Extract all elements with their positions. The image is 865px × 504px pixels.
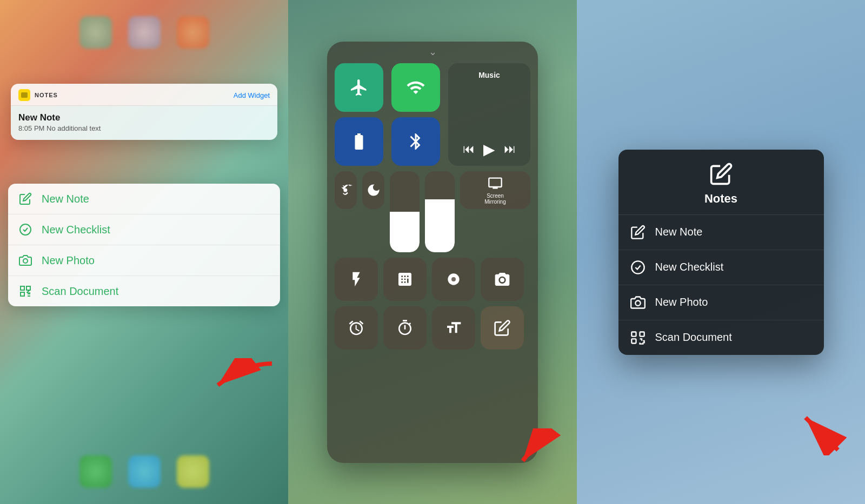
screen-mirroring-label: ScreenMirroring [484, 193, 505, 205]
qa-label-new-note: New Note [42, 193, 89, 205]
edit-icon [18, 191, 33, 206]
qa-item-new-checklist[interactable]: New Checklist [8, 214, 280, 245]
alarm-button[interactable] [335, 306, 378, 350]
dark-checklist-icon [629, 259, 647, 276]
notes-shortcut-button[interactable] [481, 306, 524, 350]
wifi-button[interactable] [391, 63, 440, 112]
screen-mirroring-button[interactable]: ScreenMirroring [460, 171, 530, 209]
checklist-icon [18, 222, 33, 237]
dark-menu-label-new-note: New Note [655, 226, 703, 238]
svg-rect-15 [631, 339, 636, 343]
svg-point-8 [451, 277, 456, 281]
svg-point-11 [631, 261, 644, 273]
blurred-app-icons-bottom [79, 455, 209, 488]
dark-scan-icon [629, 329, 647, 346]
red-arrow-1 [191, 358, 277, 396]
fast-forward-button[interactable]: ⏭ [504, 142, 516, 156]
dark-menu-item-new-photo[interactable]: New Photo [618, 285, 824, 320]
cc-sliders-area: ScreenMirroring [390, 171, 530, 252]
widget-title-left: NOTES [18, 89, 58, 101]
volume-fill [425, 199, 455, 252]
dark-edit-icon [629, 224, 647, 241]
dark-camera-icon [629, 294, 647, 311]
font-button[interactable] [432, 306, 475, 350]
blurred-icon-2 [128, 16, 161, 49]
play-button[interactable]: ▶ [483, 140, 495, 158]
notch-area: ⌄ [327, 42, 538, 58]
airplane-mode-button[interactable] [335, 63, 383, 112]
svg-rect-4 [21, 292, 24, 296]
dark-menu-item-new-note[interactable]: New Note [618, 215, 824, 250]
do-not-disturb-button[interactable] [362, 171, 384, 209]
dark-menu-item-scan-document[interactable]: Scan Document [618, 320, 824, 355]
dark-menu-item-new-checklist[interactable]: New Checklist [618, 250, 824, 285]
notes-icon-decoration [21, 92, 28, 98]
phone-screen: ⌄ [327, 42, 538, 463]
panel-1-homescreen: NOTES Add Widget New Note 8:05 PM No add… [0, 0, 288, 504]
svg-rect-14 [640, 332, 644, 336]
rewind-button[interactable]: ⏮ [463, 142, 475, 156]
cc-bottom-row [335, 258, 530, 301]
svg-rect-2 [21, 286, 24, 290]
brightness-slider[interactable] [390, 171, 420, 252]
dark-menu-label-new-photo: New Photo [655, 296, 708, 308]
camera-icon [18, 253, 33, 268]
widget-note-content: New Note 8:05 PM No additional text [11, 106, 277, 140]
qa-label-new-checklist: New Checklist [42, 224, 110, 236]
widget-note-subtitle: 8:05 PM No additional text [18, 124, 270, 132]
cc-extra-row [335, 306, 530, 350]
control-center: Music ⏮ ▶ ⏭ [327, 58, 538, 463]
widget-note-title: New Note [18, 112, 270, 123]
chevron-down-icon: ⌄ [429, 46, 437, 58]
timer-button[interactable] [383, 306, 427, 350]
notes-context-menu: Notes New Note New Checklist [618, 150, 824, 355]
dark-menu-title: Notes [704, 192, 737, 206]
bluetooth-button[interactable] [391, 117, 440, 166]
svg-point-1 [23, 259, 28, 263]
qa-item-scan-document[interactable]: Scan Document [8, 276, 280, 306]
cc-second-row: ScreenMirroring [335, 171, 530, 252]
blurred-icon-5 [128, 455, 161, 488]
svg-point-12 [635, 300, 640, 305]
svg-rect-13 [631, 332, 636, 336]
svg-point-9 [500, 278, 504, 282]
widget-app-name: NOTES [35, 92, 58, 98]
red-arrow-3 [784, 401, 849, 455]
dark-menu-label-scan-document: Scan Document [655, 331, 732, 344]
blurred-icon-3 [177, 16, 209, 49]
qa-item-new-note[interactable]: New Note [8, 184, 280, 214]
blurred-icon-1 [79, 16, 112, 49]
volume-slider[interactable] [425, 171, 455, 252]
blurred-icon-4 [79, 455, 112, 488]
brightness-fill [390, 212, 420, 252]
calculator-button[interactable] [383, 258, 427, 301]
add-widget-button[interactable]: Add Widget [234, 91, 270, 99]
screen-rotation-button[interactable] [335, 171, 357, 209]
svg-point-0 [20, 224, 31, 235]
notes-header-icon [708, 160, 735, 187]
qa-label-scan-document: Scan Document [42, 285, 118, 298]
qa-item-new-photo[interactable]: New Photo [8, 245, 280, 276]
notes-widget: NOTES Add Widget New Note 8:05 PM No add… [11, 84, 277, 140]
volume-slider-container [425, 171, 455, 252]
quick-actions-menu: New Note New Checklist New Photo [8, 184, 280, 306]
cc-music-controls: ⏮ ▶ ⏭ [456, 140, 523, 158]
svg-rect-3 [26, 286, 30, 290]
notes-app-icon [18, 89, 30, 101]
camera-button[interactable] [481, 258, 524, 301]
widget-header: NOTES Add Widget [11, 84, 277, 106]
blurred-icon-6 [177, 455, 209, 488]
red-arrow-2 [507, 428, 561, 472]
dark-menu-label-new-checklist: New Checklist [655, 261, 724, 273]
scan-icon [18, 284, 33, 299]
cellular-button[interactable] [335, 117, 383, 166]
voice-memo-button[interactable] [432, 258, 475, 301]
qa-label-new-photo: New Photo [42, 254, 95, 267]
panel-2-control-center: ⌄ [288, 0, 577, 504]
cc-connectivity-grid [335, 63, 443, 166]
flashlight-button[interactable] [335, 258, 378, 301]
cc-top-row: Music ⏮ ▶ ⏭ [335, 63, 530, 166]
dark-menu-header: Notes [618, 150, 824, 215]
panel-3-context-menu: Notes New Note New Checklist [577, 0, 865, 504]
cc-music-widget: Music ⏮ ▶ ⏭ [448, 63, 530, 166]
